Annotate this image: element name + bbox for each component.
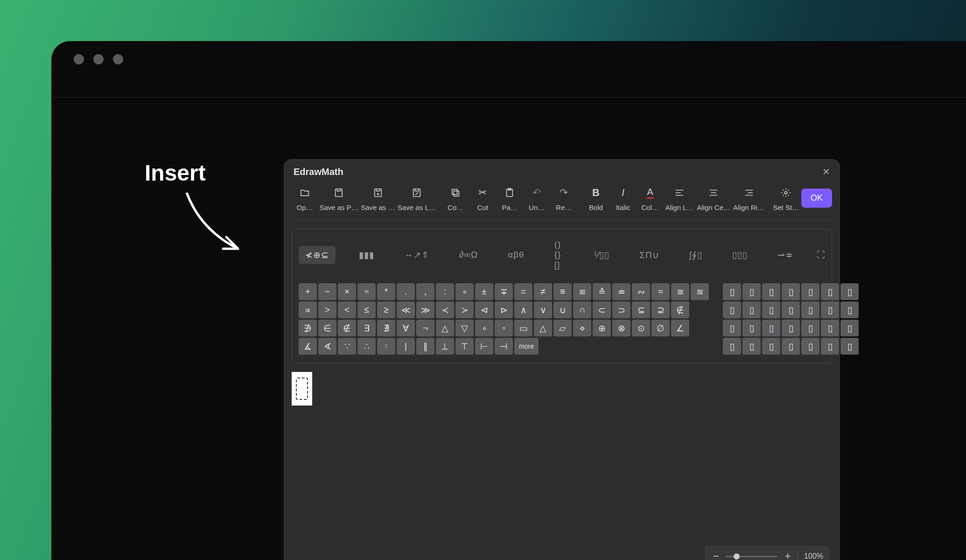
symbol-cell[interactable]: ▯	[762, 338, 780, 355]
symbol-cell[interactable]: =	[514, 283, 532, 300]
symbol-cell[interactable]: ,	[416, 283, 434, 300]
symbol-cell[interactable]: ∧	[514, 301, 532, 318]
symbol-cell[interactable]: ▯	[801, 283, 819, 300]
save-png-button[interactable]: Save as P…	[319, 185, 359, 213]
symbol-cell[interactable]: ⊳	[495, 301, 513, 318]
category-tab-3[interactable]: ∂∞Ω	[453, 246, 484, 264]
symbol-cell[interactable]: ∴	[357, 338, 376, 355]
symbol-cell[interactable]: ▯	[742, 320, 761, 336]
symbol-cell[interactable]: ∘	[475, 320, 493, 336]
category-tab-4[interactable]: αβθ	[501, 246, 531, 264]
equation-canvas[interactable]	[292, 372, 832, 545]
symbol-cell[interactable]: △	[534, 320, 552, 336]
category-tab-9[interactable]: ▯▯▯	[726, 246, 754, 264]
symbol-cell[interactable]: ∪	[553, 301, 572, 318]
symbol-cell[interactable]: ▯	[742, 301, 761, 318]
zoom-out-button[interactable]: −	[711, 550, 721, 560]
symbol-cell[interactable]: ▯	[821, 301, 839, 318]
align-left-button[interactable]: Align L…	[664, 185, 695, 213]
symbol-cell[interactable]: ≊	[691, 283, 709, 300]
symbol-cell[interactable]: ⊇	[651, 301, 670, 318]
symbol-cell[interactable]: ▯	[782, 283, 800, 300]
close-icon[interactable]: ✕	[822, 166, 830, 177]
symbol-cell[interactable]: ÷	[357, 283, 376, 300]
copy-button[interactable]: Co…	[442, 185, 469, 213]
symbol-cell[interactable]: ▯	[723, 301, 741, 318]
symbol-cell[interactable]: ≅	[671, 283, 689, 300]
category-tab-10[interactable]: ⇀≑	[771, 246, 800, 264]
symbol-cell[interactable]: ⊗	[612, 320, 630, 336]
save-latex-button[interactable]: Save as L…	[397, 185, 437, 213]
save-as-button[interactable]: Save as …	[360, 185, 396, 213]
category-tab-6[interactable]: ⅟▯▯	[587, 246, 616, 264]
symbol-cell[interactable]: ▯	[840, 320, 859, 336]
symbol-cell[interactable]: ≥	[377, 301, 395, 318]
symbol-cell[interactable]: ≈	[651, 283, 670, 300]
symbol-cell[interactable]: ▯	[782, 301, 800, 318]
symbol-cell[interactable]: ∓	[495, 283, 513, 300]
symbol-cell[interactable]: ∨	[534, 301, 552, 318]
ok-button[interactable]: OK	[801, 189, 832, 208]
symbol-cell[interactable]: ▽	[455, 320, 474, 336]
settings-button[interactable]: Set St…	[771, 185, 800, 213]
symbol-cell[interactable]: ▯	[840, 301, 859, 318]
symbol-cell[interactable]: ∉	[671, 301, 689, 318]
symbol-cell[interactable]: ▯	[821, 338, 839, 355]
symbol-cell[interactable]: ∃	[357, 320, 376, 336]
traffic-close[interactable]	[74, 54, 84, 64]
symbol-cell[interactable]: ≠	[534, 283, 552, 300]
symbol-cell[interactable]: ▯	[821, 283, 839, 300]
symbol-cell[interactable]: ≻	[455, 301, 474, 318]
symbol-cell[interactable]: ⊲	[475, 301, 493, 318]
color-button[interactable]: ACol…	[637, 185, 663, 213]
symbol-cell[interactable]: ∵	[338, 338, 356, 355]
symbol-cell[interactable]: .	[397, 283, 415, 300]
symbol-cell[interactable]: ▯	[723, 320, 741, 336]
symbol-cell[interactable]: ▯	[782, 320, 800, 336]
symbol-cell[interactable]: ⊆	[632, 301, 650, 318]
redo-button[interactable]: ↷Re…	[551, 185, 577, 213]
category-tab-0[interactable]: ≮⊕⊆	[299, 246, 336, 264]
symbol-cell[interactable]: ∝	[299, 301, 317, 318]
symbol-cell[interactable]: ≌	[573, 283, 591, 300]
symbol-cell[interactable]: ⊥	[436, 338, 454, 355]
symbol-cell[interactable]: ▯	[723, 283, 741, 300]
symbol-cell[interactable]: ▱	[553, 320, 572, 336]
symbol-cell[interactable]: ⊢	[475, 338, 493, 355]
symbol-cell[interactable]: ▯	[723, 338, 741, 355]
symbol-cell[interactable]: ▯	[782, 338, 800, 355]
symbol-cell[interactable]: ▯	[840, 338, 859, 355]
symbol-cell[interactable]: ▯	[801, 301, 819, 318]
symbol-cell[interactable]: ≡	[553, 283, 572, 300]
symbol-cell[interactable]: ≺	[436, 301, 454, 318]
italic-button[interactable]: IItalic	[610, 185, 636, 213]
symbol-cell[interactable]: −	[318, 283, 336, 300]
symbol-cell[interactable]: ⊂	[593, 301, 611, 318]
traffic-maximize[interactable]	[113, 54, 123, 64]
category-tab-1[interactable]: ▮▮▮	[352, 246, 381, 264]
symbol-cell[interactable]: ⊕	[593, 320, 611, 336]
symbol-cell[interactable]: ×	[338, 283, 356, 300]
symbol-more[interactable]: more	[514, 338, 539, 355]
symbol-cell[interactable]: ∾	[632, 283, 650, 300]
symbol-cell[interactable]: △	[436, 320, 454, 336]
symbol-cell[interactable]: ∉	[338, 320, 356, 336]
symbol-cell[interactable]: ∄	[377, 320, 395, 336]
open-button[interactable]: Op…	[292, 185, 318, 213]
symbol-cell[interactable]: ∥	[416, 338, 434, 355]
expand-icon[interactable]: ⛶	[817, 250, 825, 260]
symbol-cell[interactable]: ⊙	[632, 320, 650, 336]
symbol-cell[interactable]: ≤	[357, 301, 376, 318]
symbol-cell[interactable]: ⦂	[377, 338, 395, 355]
align-center-button[interactable]: Align Ce…	[696, 185, 731, 213]
symbol-cell[interactable]: ∅	[651, 320, 670, 336]
zoom-in-button[interactable]: +	[783, 550, 792, 560]
symbol-cell[interactable]: >	[318, 301, 336, 318]
symbol-cell[interactable]: ∡	[299, 338, 317, 355]
symbol-cell[interactable]: <	[338, 301, 356, 318]
category-tab-2[interactable]: ↔↗⇑	[398, 246, 436, 264]
align-right-button[interactable]: Align Ri…	[732, 185, 765, 213]
symbol-cell[interactable]: ▯	[762, 301, 780, 318]
symbol-cell[interactable]: ▯	[742, 283, 761, 300]
zoom-slider[interactable]	[726, 556, 777, 557]
